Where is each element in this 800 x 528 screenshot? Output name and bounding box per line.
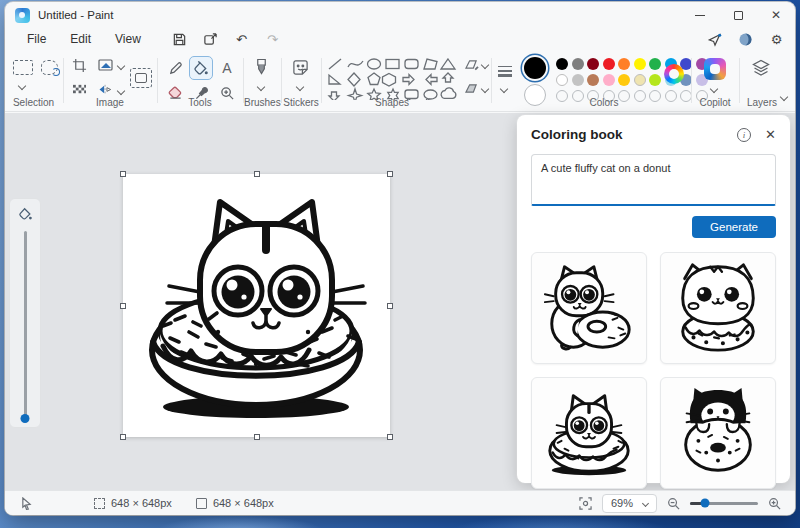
title-bar: Untitled - Paint ✕ — [5, 2, 795, 28]
share-icon[interactable] — [202, 31, 219, 48]
settings-gear-icon[interactable]: ⚙ — [768, 31, 785, 48]
color-swatch[interactable] — [649, 74, 661, 86]
color-swatch[interactable] — [603, 58, 615, 70]
rect-select-icon[interactable] — [13, 60, 33, 75]
color-swatch[interactable] — [618, 74, 630, 86]
color-swatch[interactable] — [634, 58, 646, 70]
zoom-slider-thumb[interactable] — [700, 499, 709, 508]
coloring-book-panel: Coloring book i ✕ A cute fluffy cat on a… — [517, 115, 790, 483]
desktop: { "window": { "title": "Untitled - Paint… — [0, 0, 800, 528]
selection-handle-ne[interactable] — [387, 171, 393, 177]
tools-group: A Tools — [158, 50, 242, 111]
color-swatch[interactable] — [649, 58, 661, 70]
shape-outline-icon[interactable] — [464, 58, 479, 71]
canvas-size-indicator: 648 × 648px — [196, 497, 274, 509]
undo-icon[interactable]: ↶ — [233, 31, 250, 48]
selection-handle-s[interactable] — [254, 434, 260, 440]
layers-icon[interactable] — [751, 58, 771, 82]
group-label-image: Image — [64, 97, 156, 108]
send-feedback-icon[interactable] — [706, 31, 723, 48]
color-swatch[interactable] — [603, 74, 615, 86]
selection-handle-n[interactable] — [254, 171, 260, 177]
select-all-icon[interactable] — [130, 68, 152, 88]
selection-handle-se[interactable] — [387, 434, 393, 440]
thumbnail-fluffy-cat-on-donut[interactable] — [660, 252, 776, 364]
zoom-level-select[interactable]: 69% — [602, 494, 657, 513]
selection-handle-e[interactable] — [387, 303, 393, 309]
window-title: Untitled - Paint — [38, 9, 113, 21]
group-label-layers: Layers — [740, 97, 784, 108]
thumbnail-grid — [531, 252, 776, 489]
free-select-icon[interactable] — [41, 60, 58, 75]
color-swatch[interactable] — [572, 74, 584, 86]
thumbnail-cat-hugging-donut[interactable] — [531, 252, 647, 364]
resize-icon[interactable] — [98, 58, 114, 72]
zoom-out-button[interactable] — [667, 497, 680, 510]
shapes-grid[interactable] — [326, 56, 460, 100]
shape-outline-chevron[interactable] — [481, 61, 489, 69]
edit-colors-icon[interactable] — [664, 64, 684, 84]
selection-handle-sw[interactable] — [120, 434, 126, 440]
thumbnail-tuxedo-cat-donut[interactable] — [660, 377, 776, 489]
menu-file[interactable]: File — [17, 30, 56, 48]
selection-size-indicator: 648 × 648px — [94, 497, 172, 509]
tool-option-slider[interactable] — [24, 231, 27, 421]
slider-thumb[interactable] — [21, 414, 30, 423]
copilot-group: Copilot — [692, 50, 738, 111]
color-swatch[interactable] — [587, 74, 599, 86]
flip-chevron[interactable] — [117, 87, 125, 95]
text-tool[interactable]: A — [215, 56, 239, 80]
paint-window: Untitled - Paint ✕ File Edit View ↶ ↷ — [5, 2, 795, 515]
maximize-button[interactable] — [719, 2, 757, 28]
ribbon: Selection Image — [5, 50, 795, 112]
shape-fill-icon[interactable] — [464, 82, 479, 95]
foreground-color-swatch[interactable] — [524, 57, 546, 79]
selection-handle-w[interactable] — [120, 303, 126, 309]
shape-fill-chevron[interactable] — [481, 85, 489, 93]
redo-icon: ↷ — [264, 31, 281, 48]
zoom-in-button[interactable] — [768, 497, 781, 510]
color-swatch[interactable] — [634, 74, 646, 86]
line-size-chevron[interactable] — [500, 85, 508, 93]
line-size-icon[interactable] — [497, 64, 513, 82]
group-label-selection: Selection — [5, 97, 62, 108]
color-swatch[interactable] — [618, 58, 630, 70]
minimize-button[interactable] — [681, 2, 719, 28]
stickers-icon[interactable] — [292, 59, 309, 80]
prompt-input[interactable]: A cute fluffy cat on a donut — [531, 154, 776, 206]
canvas[interactable] — [123, 174, 390, 437]
selection-dropdown-chevron[interactable] — [18, 82, 26, 90]
save-icon[interactable] — [171, 31, 188, 48]
maximize-icon — [734, 11, 743, 20]
canvas-size-text: 648 × 648px — [213, 497, 274, 509]
selection-handle-nw[interactable] — [120, 171, 126, 177]
brushes-icon[interactable] — [254, 58, 269, 80]
color-swatch[interactable] — [556, 58, 568, 70]
color-swatch[interactable] — [572, 58, 584, 70]
transparency-icon[interactable] — [72, 83, 87, 96]
resize-chevron[interactable] — [117, 62, 125, 70]
fit-to-window[interactable] — [579, 497, 592, 510]
info-icon[interactable]: i — [737, 128, 751, 142]
fill-tool[interactable] — [189, 56, 213, 80]
group-label-tools: Tools — [158, 97, 242, 108]
menu-view[interactable]: View — [105, 30, 151, 48]
menu-edit[interactable]: Edit — [60, 30, 101, 48]
close-button[interactable]: ✕ — [757, 2, 795, 28]
copilot-menu-icon[interactable] — [737, 31, 754, 48]
flip-icon[interactable] — [98, 83, 114, 96]
zoom-slider[interactable] — [690, 502, 758, 505]
copilot-chevron[interactable] — [710, 85, 718, 93]
selection-size-text: 648 × 648px — [111, 497, 172, 509]
brushes-chevron[interactable] — [257, 83, 265, 91]
color-swatch[interactable] — [587, 58, 599, 70]
copilot-icon[interactable] — [704, 58, 726, 80]
color-swatch[interactable] — [556, 74, 568, 86]
crop-icon[interactable] — [72, 58, 87, 73]
pencil-tool[interactable] — [163, 56, 187, 80]
zoom-select-chevron — [642, 499, 649, 506]
thumbnail-cat-in-donut[interactable] — [531, 377, 647, 489]
panel-close-icon[interactable]: ✕ — [765, 127, 776, 142]
stickers-chevron[interactable] — [296, 83, 304, 91]
generate-button[interactable]: Generate — [692, 216, 776, 238]
